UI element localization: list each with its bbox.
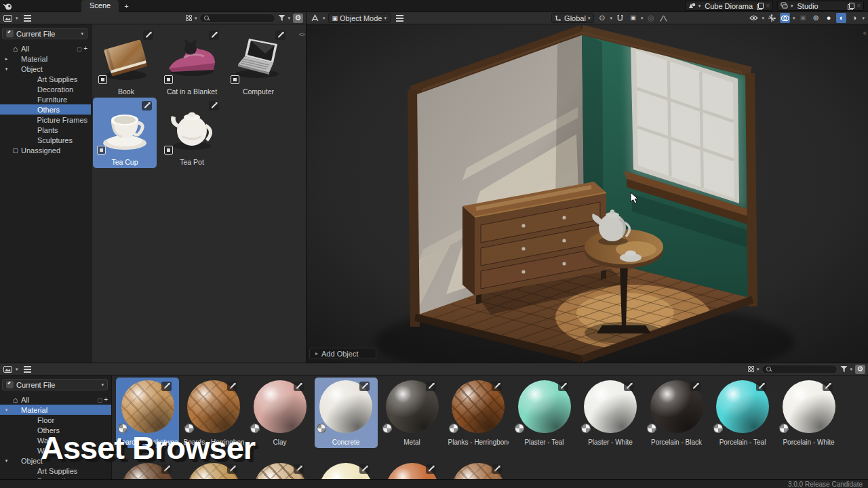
asset-tile-computer[interactable]: Computer — [226, 27, 290, 98]
object-visibility-icon[interactable] — [749, 13, 759, 23]
disclosure-triangle-icon[interactable] — [3, 56, 9, 62]
chevron-down-icon[interactable]: ▾ — [288, 16, 290, 21]
new-view-layer-icon[interactable] — [848, 3, 854, 9]
edit-asset-icon[interactable] — [143, 30, 153, 40]
proportional-editing-icon[interactable]: ◎ — [646, 13, 656, 23]
asset-tile-tea-cup[interactable]: Tea Cup — [93, 98, 157, 168]
menu-item[interactable] — [27, 0, 39, 12]
edit-asset-icon[interactable] — [294, 464, 304, 474]
workspace-tab-scene[interactable]: Scene — [81, 0, 119, 12]
edit-asset-icon[interactable] — [161, 382, 172, 391]
catalog-item[interactable]: All + — [0, 43, 91, 54]
remove-view-layer-icon[interactable]: × — [856, 2, 861, 9]
asset-tile-material[interactable]: Boards - Herringbone — [182, 378, 245, 448]
sidebar-toggle-icon[interactable]: <> — [298, 31, 304, 38]
chevron-down-icon[interactable]: ▾ — [762, 16, 764, 21]
asset-tile-cat-in-a-blanket[interactable]: Cat in a Blanket — [160, 27, 224, 98]
chevron-down-icon[interactable]: ▾ — [641, 16, 644, 21]
edit-asset-icon[interactable] — [294, 382, 304, 391]
edit-asset-icon[interactable] — [359, 382, 370, 391]
viewport-3d[interactable]: ▾ ▣ Object Mode ▾ Global ▾ ⊙ ▾ ▣ ▾ ◎ ▾ — [307, 12, 868, 363]
edit-asset-icon[interactable] — [227, 464, 237, 474]
transform-orientation-select[interactable]: Global ▾ — [551, 13, 594, 23]
menu-bars-icon[interactable] — [24, 369, 31, 370]
asset-tile-material[interactable]: Porcelain - Black — [645, 378, 708, 448]
asset-tile-material[interactable]: Boards - Basketweave — [116, 378, 179, 448]
chevron-down-icon[interactable]: ▾ — [850, 367, 852, 372]
edit-asset-icon[interactable] — [275, 30, 285, 40]
menu-item[interactable] — [15, 0, 27, 12]
catalog-item[interactable]: Material — [0, 405, 111, 415]
display-mode-grid-icon[interactable] — [186, 15, 192, 21]
edit-asset-icon[interactable] — [756, 382, 766, 391]
edit-asset-icon[interactable] — [209, 101, 219, 110]
chevron-down-icon[interactable]: ▾ — [793, 16, 795, 21]
snap-magnet-icon[interactable] — [615, 13, 625, 23]
asset-tile-material[interactable] — [447, 460, 510, 479]
edit-asset-icon[interactable] — [558, 382, 568, 391]
chevron-down-icon[interactable]: ▾ — [323, 16, 326, 21]
edit-asset-icon[interactable] — [492, 382, 502, 391]
unlink-scene-icon[interactable]: × — [766, 2, 770, 9]
mode-select[interactable]: ▣ Object Mode ▾ — [328, 13, 391, 23]
chevron-down-icon[interactable]: ▾ — [862, 16, 865, 21]
catalog-item[interactable]: Material — [0, 54, 91, 64]
filter-icon[interactable] — [278, 15, 285, 21]
edit-asset-icon[interactable] — [227, 382, 237, 391]
asset-tile-material[interactable] — [182, 460, 245, 479]
gear-icon[interactable]: ⚙ — [855, 365, 865, 374]
asset-source-select[interactable]: Current File ▾ — [2, 28, 87, 39]
catalog-item[interactable]: Art Supplies — [0, 74, 91, 84]
chevron-down-icon[interactable]: ▾ — [757, 367, 760, 372]
snap-target-icon[interactable]: ▣ — [628, 13, 638, 23]
disclosure-triangle-icon[interactable] — [3, 458, 9, 464]
edit-asset-icon[interactable] — [161, 464, 172, 474]
asset-tile-material[interactable]: Clay — [248, 378, 311, 448]
operator-panel-add-object[interactable]: ▸ Add Object — [309, 348, 376, 359]
shading-material-preview-icon[interactable]: ◐ — [836, 13, 846, 23]
editor-type-3d-viewport-icon[interactable] — [310, 13, 320, 23]
edit-asset-icon[interactable] — [359, 464, 370, 474]
show-overlays-icon[interactable] — [780, 13, 790, 23]
edit-asset-icon[interactable] — [426, 382, 436, 391]
asset-source-select[interactable]: Current File ▾ — [2, 379, 108, 390]
edit-asset-icon[interactable] — [690, 382, 701, 391]
asset-tile-book[interactable]: Book — [94, 27, 158, 98]
asset-tile-material[interactable]: Metal — [380, 378, 443, 448]
asset-tile-material[interactable]: Concrete — [315, 378, 378, 448]
catalog-item[interactable]: Plants — [0, 125, 91, 135]
catalog-item[interactable]: Floor — [0, 415, 111, 425]
gear-icon[interactable]: ⚙ — [293, 14, 303, 23]
catalog-item[interactable]: Art Supplies — [0, 466, 111, 476]
edit-asset-icon[interactable] — [142, 101, 152, 110]
asset-tile-material[interactable]: Plaster - Teal — [513, 378, 576, 448]
display-mode-grid-icon[interactable] — [748, 366, 754, 372]
asset-tile-material[interactable] — [116, 460, 179, 479]
viewport-canvas[interactable]: ▸ Add Object < — [307, 24, 868, 363]
scene-selector[interactable]: ▾ Cube Diorama × — [685, 1, 773, 11]
disclosure-triangle-icon[interactable] — [3, 66, 9, 72]
chevron-down-icon[interactable]: ▾ — [195, 16, 197, 21]
shading-wireframe-icon[interactable]: ⊕ — [810, 13, 821, 23]
catalog-item[interactable]: All + — [0, 394, 111, 405]
menu-item[interactable] — [52, 0, 64, 12]
editor-type-asset-browser-icon[interactable] — [3, 364, 13, 374]
catalog-item[interactable]: Others — [0, 425, 111, 435]
filter-icon[interactable] — [840, 366, 847, 372]
edit-asset-icon[interactable] — [209, 30, 219, 40]
asset-search-input[interactable] — [199, 14, 275, 23]
add-workspace-button[interactable]: + — [119, 2, 134, 10]
asset-tile-material[interactable] — [315, 460, 378, 479]
shading-rendered-icon[interactable]: ◑ — [849, 13, 859, 23]
catalog-item[interactable]: Object — [0, 455, 111, 466]
edit-asset-icon[interactable] — [823, 382, 833, 391]
catalog-item[interactable]: Wood — [0, 445, 111, 455]
catalog-item[interactable]: Sculptures — [0, 135, 91, 145]
blender-logo-icon[interactable] — [0, 1, 15, 12]
asset-tile-material[interactable]: Plaster - White — [579, 378, 642, 448]
asset-tile-material[interactable]: Porcelain - Teal — [711, 378, 774, 448]
catalog-item[interactable]: Object — [0, 64, 91, 74]
asset-tile-material[interactable] — [248, 460, 311, 479]
asset-tile-material[interactable] — [380, 460, 443, 479]
catalog-item[interactable]: Picture Frames — [0, 115, 91, 125]
